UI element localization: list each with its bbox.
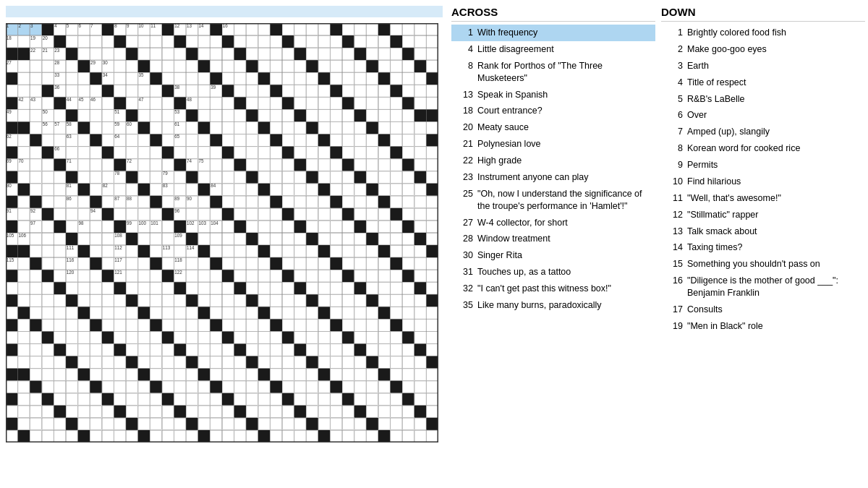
clue-item[interactable]: 11"Well, that's awesome!" (661, 190, 865, 207)
clue-number: 21 (454, 138, 473, 150)
clue-item[interactable]: 23Instrument anyone can play (451, 169, 655, 186)
clue-item[interactable]: 10Find hilarious (661, 174, 865, 190)
left-panel (0, 0, 448, 488)
active-clue-header (6, 6, 443, 17)
clue-text: Over (687, 109, 862, 121)
across-section: ACROSS 1With frequency4Little disagreeme… (451, 6, 655, 482)
clue-item[interactable]: 22High grade (451, 153, 655, 169)
clue-number: 2 (664, 43, 683, 56)
clue-text: Touches up, as a tattoo (477, 266, 652, 278)
clue-text: Like many burns, paradoxically (477, 299, 652, 312)
clue-text: Something you shouldn't pass on (687, 258, 862, 270)
clue-text: Window treatment (477, 233, 652, 245)
clue-item[interactable]: 2Make goo-goo eyes (661, 41, 865, 58)
clue-item[interactable]: 4Little disagreement (451, 41, 655, 58)
clue-number: 23 (454, 171, 473, 184)
clue-item[interactable]: 9Permits (661, 157, 865, 174)
clue-item[interactable]: 14Taxing times? (661, 239, 865, 256)
clue-number: 32 (454, 283, 473, 295)
clue-number: 27 (454, 217, 473, 229)
clue-item[interactable]: 1With frequency (451, 25, 655, 41)
clue-number: 11 (664, 192, 683, 205)
clue-text: "Diligence is the mother of good ___": B… (687, 275, 862, 299)
clue-number: 3 (664, 60, 683, 72)
clue-item[interactable]: 7Amped (up), slangily (661, 124, 865, 140)
clue-text: With frequency (477, 27, 652, 39)
clue-number: 19 (664, 320, 683, 333)
clue-number: 31 (454, 266, 473, 278)
clue-text: Singer Rita (477, 249, 652, 262)
clue-text: W-4 collector, for short (477, 217, 652, 229)
clue-text: "Men in Black" role (687, 320, 862, 333)
clue-item[interactable]: 19"Men in Black" role (661, 318, 865, 335)
clue-item[interactable]: 3Earth (661, 58, 865, 74)
right-panel: ACROSS 1With frequency4Little disagreeme… (448, 0, 868, 488)
clue-item[interactable]: 20Meaty sauce (451, 119, 655, 136)
across-title: ACROSS (451, 6, 655, 22)
clue-item[interactable]: 6Over (661, 107, 865, 124)
clue-number: 4 (454, 43, 473, 56)
clue-item[interactable]: 13Speak in Spanish (451, 87, 655, 103)
clue-number: 15 (664, 258, 683, 270)
clue-text: High grade (477, 155, 652, 167)
clue-number: 16 (664, 275, 683, 299)
down-section: DOWN 1Brightly colored food fish2Make go… (661, 6, 865, 482)
clue-text: "I can't get past this witness box!" (477, 283, 652, 295)
clue-number: 12 (664, 209, 683, 221)
clue-text: Rank for Porthos of "The Three Musketeer… (477, 60, 652, 85)
clue-item[interactable]: 15Something you shouldn't pass on (661, 256, 865, 273)
clue-text: Consults (687, 304, 862, 316)
clue-item[interactable]: 25"Oh, now I understand the significance… (451, 186, 655, 215)
down-title: DOWN (661, 6, 865, 22)
clue-number: 6 (664, 109, 683, 121)
clue-item[interactable]: 8Korean word for cooked rice (661, 140, 865, 157)
clue-text: Court entrance? (477, 105, 652, 117)
clue-number: 1 (664, 27, 683, 39)
clue-text: "Oh, now I understand the significance o… (477, 188, 652, 213)
clue-number: 14 (664, 241, 683, 254)
clue-number: 13 (664, 226, 683, 238)
clue-item[interactable]: 5R&B's LaBelle (661, 91, 865, 108)
clue-number: 25 (454, 188, 473, 213)
clue-item[interactable]: 13Talk smack about (661, 223, 865, 240)
clue-item[interactable]: 28Window treatment (451, 231, 655, 247)
grid-container (6, 23, 443, 482)
clue-item[interactable]: 1Brightly colored food fish (661, 25, 865, 41)
clue-number: 5 (664, 93, 683, 106)
clue-item[interactable]: 32"I can't get past this witness box!" (451, 281, 655, 297)
clue-number: 30 (454, 249, 473, 262)
down-clues-list[interactable]: 1Brightly colored food fish2Make goo-goo… (661, 25, 865, 482)
clue-number: 20 (454, 121, 473, 134)
clue-text: R&B's LaBelle (687, 93, 862, 106)
clue-number: 28 (454, 233, 473, 245)
clue-item[interactable]: 8Rank for Porthos of "The Three Musketee… (451, 58, 655, 87)
clue-number: 17 (664, 304, 683, 316)
clue-number: 7 (664, 126, 683, 138)
clue-item[interactable]: 17Consults (661, 301, 865, 318)
clue-text: Earth (687, 60, 862, 72)
clue-item[interactable]: 31Touches up, as a tattoo (451, 264, 655, 281)
clue-number: 13 (454, 89, 473, 101)
clue-number: 22 (454, 155, 473, 167)
clue-text: Meaty sauce (477, 121, 652, 134)
clue-item[interactable]: 18Court entrance? (451, 103, 655, 119)
clue-text: "Well, that's awesome!" (687, 192, 862, 205)
clue-item[interactable]: 21Polynesian love (451, 136, 655, 153)
clue-number: 10 (664, 176, 683, 188)
clue-item[interactable]: 16"Diligence is the mother of good ___":… (661, 273, 865, 301)
clue-item[interactable]: 30Singer Rita (451, 247, 655, 264)
clue-number: 35 (454, 299, 473, 312)
clue-number: 4 (664, 77, 683, 89)
clue-text: Taxing times? (687, 241, 862, 254)
crossword-canvas[interactable] (6, 23, 438, 442)
clue-text: Make goo-goo eyes (687, 43, 862, 56)
clue-item[interactable]: 35Like many burns, paradoxically (451, 297, 655, 314)
clue-item[interactable]: 4Title of respect (661, 74, 865, 91)
clue-text: Find hilarious (687, 176, 862, 188)
clue-item[interactable]: 27W-4 collector, for short (451, 215, 655, 231)
clue-text: Brightly colored food fish (687, 27, 862, 39)
clue-text: Title of respect (687, 77, 862, 89)
clue-text: "Stillmatic" rapper (687, 209, 862, 221)
across-clues-list[interactable]: 1With frequency4Little disagreement8Rank… (451, 25, 655, 482)
clue-item[interactable]: 12"Stillmatic" rapper (661, 207, 865, 223)
